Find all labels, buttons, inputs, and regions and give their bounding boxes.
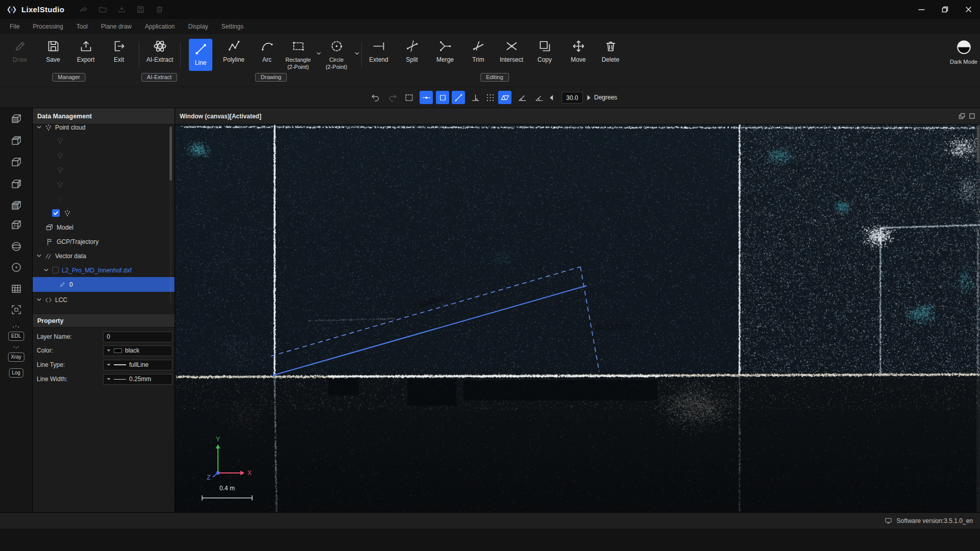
canvas-vertical-scrollbar[interactable] bbox=[976, 124, 980, 512]
line-button[interactable]: Line bbox=[189, 39, 212, 71]
tree-item-model[interactable]: Model bbox=[33, 220, 175, 235]
chevron-down-icon[interactable] bbox=[36, 253, 42, 259]
tree-item-scan-checked[interactable] bbox=[33, 206, 175, 220]
chevron-down-icon[interactable] bbox=[36, 297, 42, 303]
tree-scrollbar[interactable] bbox=[169, 127, 172, 304]
point-cloud-icon bbox=[56, 195, 64, 203]
checkbox-unchecked[interactable] bbox=[52, 267, 59, 273]
checkbox-checked[interactable] bbox=[52, 209, 60, 217]
line-width-dropdown[interactable]: 0.25mm bbox=[103, 374, 173, 385]
chevron-down-icon[interactable] bbox=[36, 124, 42, 130]
tree-item-scan[interactable] bbox=[33, 191, 175, 206]
tree-scrollbar-thumb[interactable] bbox=[169, 127, 172, 181]
tree-item-scan[interactable] bbox=[33, 148, 175, 163]
exit-button[interactable]: Exit bbox=[105, 39, 133, 63]
share-icon[interactable] bbox=[80, 5, 88, 14]
color-dropdown[interactable]: black bbox=[103, 345, 173, 356]
view-top-face-button[interactable] bbox=[10, 135, 22, 147]
delete-button[interactable]: Delete bbox=[596, 39, 625, 63]
snap-nearest-button[interactable] bbox=[452, 91, 465, 104]
snap-perpendicular-button[interactable] bbox=[469, 91, 482, 104]
circle-dropdown-icon[interactable] bbox=[354, 49, 360, 58]
menu-application[interactable]: Application bbox=[138, 19, 182, 34]
angle-reference-button[interactable] bbox=[532, 91, 546, 104]
tree-item-gcp[interactable]: GCP/Trajectory bbox=[33, 234, 175, 249]
tree-item-dxf-file[interactable]: L2_Pro_MD_Innenhof.dxf bbox=[33, 263, 175, 278]
copy-button[interactable]: Copy bbox=[530, 39, 559, 63]
save-small-icon[interactable] bbox=[136, 5, 145, 14]
open-folder-icon[interactable] bbox=[99, 5, 107, 14]
polyline-button[interactable]: Polyline bbox=[219, 39, 248, 63]
tree-item-scan[interactable] bbox=[33, 177, 175, 192]
view-hidden-edges-button[interactable] bbox=[10, 219, 22, 231]
move-button[interactable]: Move bbox=[564, 39, 593, 63]
canvas-scrollbar-thumb[interactable] bbox=[977, 126, 979, 163]
edl-toggle-button[interactable]: EDL bbox=[8, 321, 24, 341]
grid-view-button[interactable] bbox=[10, 283, 22, 295]
orbit-center-button[interactable] bbox=[10, 261, 22, 273]
arc-button[interactable]: Arc bbox=[253, 39, 281, 63]
menu-settings[interactable]: Settings bbox=[215, 19, 250, 34]
copy-label: Copy bbox=[537, 57, 552, 63]
angle-decrease-button[interactable] bbox=[547, 91, 556, 104]
menu-processing[interactable]: Processing bbox=[26, 19, 69, 34]
view-sphere-button[interactable] bbox=[10, 240, 22, 253]
angle-increase-button[interactable] bbox=[584, 91, 593, 104]
view-side-face-button[interactable] bbox=[10, 178, 22, 190]
snap-vertex-button[interactable] bbox=[436, 91, 449, 104]
snap-midpoint-button[interactable] bbox=[420, 91, 433, 104]
color-swatch bbox=[114, 348, 122, 353]
select-marquee-button[interactable] bbox=[402, 91, 415, 104]
tree-item-point-cloud[interactable]: Point cloud bbox=[33, 120, 175, 135]
menu-display[interactable]: Display bbox=[182, 19, 215, 34]
maximize-button[interactable] bbox=[933, 0, 957, 19]
rectangle-button[interactable]: Rectangle (2-Point) bbox=[282, 39, 314, 70]
snap-plane-button[interactable] bbox=[498, 91, 511, 104]
fit-view-button[interactable] bbox=[10, 304, 22, 316]
tree-item-vector-data[interactable]: Vector data bbox=[33, 248, 175, 263]
download-icon[interactable] bbox=[117, 5, 126, 14]
save-button[interactable]: Save bbox=[39, 39, 67, 63]
draw-button[interactable]: Draw bbox=[6, 39, 34, 63]
layer-name-input[interactable]: 0 bbox=[103, 332, 173, 342]
tree-item-layer-0-selected[interactable]: 0 bbox=[33, 277, 175, 292]
log-label: Log bbox=[9, 368, 23, 378]
intersect-button[interactable]: Intersect bbox=[496, 39, 527, 63]
trash-small-icon[interactable] bbox=[155, 5, 164, 14]
merge-button[interactable]: Merge bbox=[431, 39, 459, 63]
minimize-button[interactable] bbox=[910, 0, 933, 19]
extend-button[interactable]: Extend bbox=[364, 39, 393, 63]
point-cloud-canvas[interactable] bbox=[175, 124, 980, 512]
trim-button[interactable]: Trim bbox=[464, 39, 493, 63]
snap-grid-button[interactable] bbox=[483, 91, 497, 104]
canvas-maximize-icon[interactable] bbox=[969, 113, 975, 119]
close-button[interactable] bbox=[957, 0, 980, 19]
titlebar-quick-icons bbox=[80, 5, 164, 14]
split-button[interactable]: Split bbox=[398, 39, 426, 63]
angle-value-input[interactable]: 30.0 bbox=[561, 92, 583, 104]
canvas-float-icon[interactable] bbox=[959, 113, 965, 119]
export-button[interactable]: Export bbox=[71, 39, 100, 63]
tree-item-label: 0 bbox=[69, 281, 73, 288]
tree-item-scan[interactable] bbox=[33, 133, 175, 148]
view-iso-button[interactable] bbox=[10, 199, 22, 212]
circle-button[interactable]: Circle (2-Point) bbox=[320, 39, 353, 70]
dark-mode-toggle[interactable]: Dark Mode bbox=[947, 39, 980, 65]
tree-item-scan[interactable] bbox=[33, 162, 175, 177]
tree-item-lcc[interactable]: LCC bbox=[33, 292, 175, 307]
view-front-face-button[interactable] bbox=[10, 113, 22, 125]
line-type-dropdown[interactable]: fullLine bbox=[103, 360, 173, 370]
log-button[interactable]: Log bbox=[9, 368, 23, 378]
menubar: File Processing Tool Plane draw Applicat… bbox=[0, 19, 980, 34]
view-wireframe-button[interactable] bbox=[10, 156, 22, 168]
angle-snap-button[interactable] bbox=[516, 91, 529, 104]
xray-toggle-button[interactable]: Xray bbox=[8, 342, 24, 362]
ai-extract-button[interactable]: CAD AI-Extract bbox=[145, 39, 174, 63]
undo-button[interactable] bbox=[369, 91, 382, 104]
tree-item-label: Model bbox=[57, 224, 74, 231]
menu-plane-draw[interactable]: Plane draw bbox=[94, 19, 138, 34]
menu-file[interactable]: File bbox=[3, 19, 26, 34]
redo-button[interactable] bbox=[386, 91, 399, 104]
menu-tool[interactable]: Tool bbox=[70, 19, 94, 34]
chevron-down-icon[interactable] bbox=[43, 267, 49, 273]
